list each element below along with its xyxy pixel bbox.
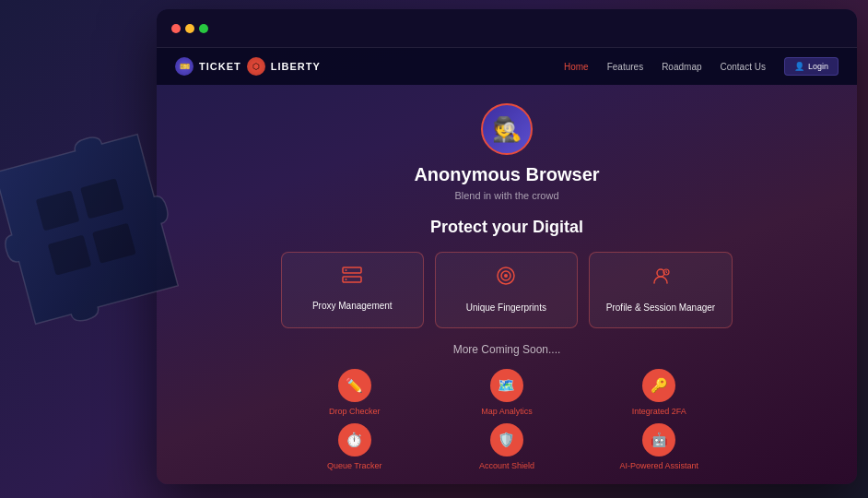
drop-checker-label: Drop Checker xyxy=(329,407,381,416)
integrated-2fa-item[interactable]: 🔑 Integrated 2FA xyxy=(591,369,728,416)
queue-tracker-icon: ⏱️ xyxy=(338,423,371,456)
account-shield-icon: 🛡️ xyxy=(490,423,523,456)
session-label: Profile & Session Manager xyxy=(606,302,715,313)
spy-icon: 🕵️ xyxy=(492,115,522,144)
browser-chrome-bar xyxy=(157,9,857,48)
nav-home[interactable]: Home xyxy=(564,62,589,72)
more-coming-soon: More Coming Soon.... xyxy=(184,343,829,356)
navbar: 🎫 TICKET ⬡ LIBERTY Home Features Roadmap… xyxy=(157,48,857,85)
maximize-dot xyxy=(199,24,208,33)
login-icon: 👤 xyxy=(794,62,804,71)
map-analytics-icon: 🗺️ xyxy=(490,369,523,402)
fingerprints-card[interactable]: Unique Fingerprints xyxy=(435,252,578,328)
svg-point-6 xyxy=(346,269,347,271)
nav-links: Home Features Roadmap Contact Us xyxy=(564,62,766,72)
session-manager-card[interactable]: Profile & Session Manager xyxy=(589,252,733,328)
logo-icon: 🎫 xyxy=(175,57,194,76)
nav-contact[interactable]: Contact Us xyxy=(721,62,766,72)
ai-assistant-label: AI-Powered Assistant xyxy=(620,461,699,470)
fingerprints-label: Unique Fingerprints xyxy=(466,302,546,313)
svg-point-10 xyxy=(504,274,508,278)
anon-browser-icon: 🕵️ xyxy=(481,103,533,155)
ai-assistant-icon: 🤖 xyxy=(642,423,675,456)
nav-features[interactable]: Features xyxy=(607,62,643,72)
queue-tracker-label: Queue Tracker xyxy=(327,461,382,470)
anon-browser-title: Anonymous Browser xyxy=(184,164,829,185)
account-shield-item[interactable]: 🛡️ Account Shield xyxy=(438,423,575,470)
nav-logo: 🎫 TICKET ⬡ LIBERTY xyxy=(175,57,321,76)
fingerprint-icon xyxy=(452,266,560,290)
map-analytics-label: Map Analytics xyxy=(481,407,533,416)
drop-checker-item[interactable]: ✏️ Drop Checker xyxy=(286,369,423,416)
feature-cards: Proxy Management Unique Fingerprints xyxy=(184,252,829,328)
ai-assistant-item[interactable]: 🤖 AI-Powered Assistant xyxy=(591,423,728,470)
proxy-management-card[interactable]: Proxy Management xyxy=(281,252,424,328)
logo-badge: ⬡ xyxy=(247,57,265,76)
session-icon xyxy=(606,266,715,290)
close-dot xyxy=(171,24,181,33)
proxy-icon xyxy=(299,266,406,289)
svg-point-7 xyxy=(346,279,347,280)
window-controls xyxy=(171,24,208,33)
nav-roadmap[interactable]: Roadmap xyxy=(662,62,701,72)
anon-browser-subtitle: Blend in with the crowd xyxy=(184,190,829,201)
login-button[interactable]: 👤 Login xyxy=(784,57,839,76)
map-analytics-item[interactable]: 🗺️ Map Analytics xyxy=(438,369,575,416)
integrated-2fa-label: Integrated 2FA xyxy=(632,407,686,416)
logo-text-left: TICKET xyxy=(199,61,241,72)
proxy-label: Proxy Management xyxy=(312,301,393,311)
account-shield-label: Account Shield xyxy=(479,461,534,470)
main-content: 🕵️ Anonymous Browser Blend in with the c… xyxy=(157,85,857,480)
ticket-decoration xyxy=(0,92,221,406)
bottom-features-grid: ✏️ Drop Checker 🗺️ Map Analytics 🔑 Integ… xyxy=(286,369,728,470)
minimize-dot xyxy=(185,24,194,33)
integrated-2fa-icon: 🔑 xyxy=(642,369,675,402)
drop-checker-icon: ✏️ xyxy=(338,369,371,402)
logo-text-right: LIBERTY xyxy=(271,61,321,72)
browser-window: 🎫 TICKET ⬡ LIBERTY Home Features Roadmap… xyxy=(157,9,857,484)
queue-tracker-item[interactable]: ⏱️ Queue Tracker xyxy=(286,423,423,470)
protect-title: Protect your Digital xyxy=(184,218,829,237)
